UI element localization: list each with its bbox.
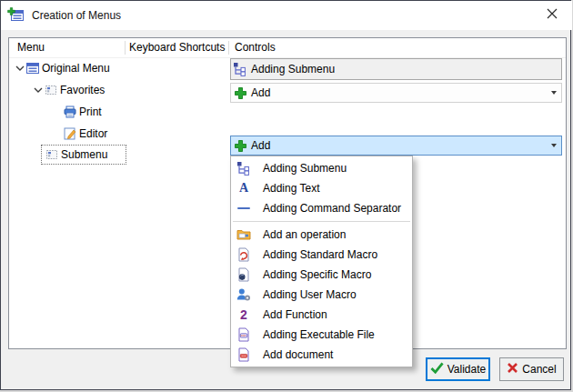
column-header-keyboard-shortcuts[interactable]: Keyboard Shortcuts (129, 38, 225, 57)
menu-creation-app-icon (10, 8, 25, 23)
menu-item-label: Adding Submenu (263, 162, 347, 175)
tree-label[interactable]: Favorites (60, 84, 105, 96)
menu-item-label: Add an operation (263, 228, 346, 241)
green-plus-icon (233, 139, 247, 153)
combo-dropdown-arrow-icon (551, 144, 557, 147)
menu-item-label: Adding Standard Macro (263, 248, 377, 261)
close-icon (547, 8, 558, 22)
control-add-combobox-favorites[interactable]: Add (230, 83, 562, 103)
menu-item-adding-user-macro[interactable]: Adding User Macro (231, 285, 412, 305)
menu-item-label: Adding Specific Macro (263, 268, 371, 281)
titlebar: Creation of Menus (1, 1, 572, 30)
submenu-window-icon (45, 147, 61, 162)
red-x-icon (507, 362, 518, 377)
cancel-button[interactable]: Cancel (499, 357, 564, 381)
menu-item-add-document[interactable]: Add document (231, 345, 412, 365)
cancel-label: Cancel (522, 363, 556, 376)
menu-item-label: Adding User Macro (263, 288, 357, 301)
tree-row-submenu-selected[interactable]: Submenu (41, 145, 126, 165)
menu-icon (25, 61, 42, 75)
column-divider (228, 41, 229, 55)
menu-item-add-function[interactable]: 2 Add Function (231, 305, 412, 325)
control-label: Adding Submenu (251, 63, 335, 75)
printer-icon (63, 105, 79, 119)
function-icon: 2 (236, 307, 251, 322)
column-divider (125, 41, 126, 55)
menu-item-label: Add document (263, 348, 333, 361)
tree-row-original-menu[interactable]: Original Menu (15, 57, 110, 79)
creation-of-menus-dialog: Creation of Menus Menu Keyboard Shortcut… (0, 0, 571, 390)
control-add-combobox-submenu-focused[interactable]: Add (230, 136, 562, 156)
menu-item-add-an-operation[interactable]: Add an operation (231, 225, 412, 245)
tree-label[interactable]: Editor (79, 127, 107, 140)
menu-item-label: Adding Executable File (263, 328, 375, 341)
menu-item-adding-specific-macro[interactable]: Adding Specific Macro (231, 265, 412, 285)
menu-item-label: Add Function (263, 308, 327, 321)
menu-item-adding-submenu[interactable]: Adding Submenu (231, 158, 412, 178)
editor-icon (63, 126, 79, 141)
validate-label: Validate (447, 363, 486, 376)
standard-macro-icon (236, 247, 251, 262)
specific-macro-icon (236, 267, 251, 282)
submenu-window-icon (44, 83, 60, 97)
menu-separator (233, 221, 410, 222)
letter-a-icon: A (236, 181, 251, 196)
control-adding-submenu-button[interactable]: Adding Submenu (230, 58, 562, 80)
folder-operation-icon (236, 227, 251, 242)
control-label: Add (251, 139, 270, 152)
window-title: Creation of Menus (32, 1, 121, 30)
org-chart-icon (233, 62, 247, 76)
document-icon (236, 347, 251, 362)
checkmark-icon (430, 362, 444, 377)
menu-item-label: Adding Command Separator (263, 202, 401, 215)
tree-row-print[interactable]: Print (63, 101, 102, 123)
org-chart-icon (236, 161, 251, 176)
green-plus-icon (7, 5, 15, 18)
close-button[interactable] (531, 1, 572, 28)
validate-button[interactable]: Validate (426, 357, 490, 381)
tree-row-favorites[interactable]: Favorites (33, 79, 105, 101)
svg-text:exe: exe (241, 334, 246, 337)
tree-label[interactable]: Submenu (61, 148, 107, 161)
column-header-controls[interactable]: Controls (235, 38, 276, 57)
tree-row-editor[interactable]: Editor (63, 123, 107, 145)
add-dropdown-menu: Adding Submenu A Adding Text Adding Comm… (230, 156, 413, 367)
menu-item-adding-executable-file[interactable]: exe Adding Executable File (231, 325, 412, 345)
column-header-menu[interactable]: Menu (17, 38, 45, 57)
menu-item-label: Adding Text (263, 182, 320, 195)
control-label: Add (251, 86, 270, 99)
separator-line-icon (236, 207, 251, 209)
menu-item-adding-command-separator[interactable]: Adding Command Separator (231, 198, 412, 218)
user-macro-icon (236, 287, 251, 302)
chevron-down-icon[interactable] (15, 65, 25, 71)
menu-item-adding-standard-macro[interactable]: Adding Standard Macro (231, 245, 412, 265)
menu-item-adding-text[interactable]: A Adding Text (231, 178, 412, 198)
combo-dropdown-arrow-icon (551, 91, 557, 95)
green-plus-icon (233, 86, 247, 100)
tree-label[interactable]: Print (79, 106, 102, 118)
tree-label[interactable]: Original Menu (42, 62, 110, 75)
executable-file-icon: exe (236, 327, 251, 342)
chevron-down-icon[interactable] (33, 87, 44, 93)
